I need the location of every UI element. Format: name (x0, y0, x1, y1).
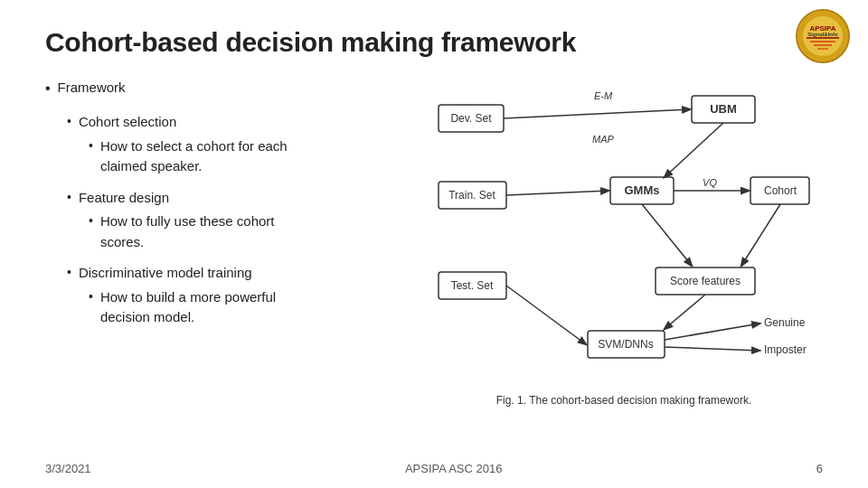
bullet-dot: • (67, 112, 71, 131)
cohort-desc-line2: claimed speaker. (100, 158, 203, 174)
svg-text:Train. Set: Train. Set (448, 189, 495, 202)
discriminative-item: • Discriminative model training (67, 263, 407, 284)
svg-text:Imposter: Imposter (764, 343, 807, 356)
feature-design-label: Feature design (79, 188, 169, 209)
footer-page: 6 (816, 462, 823, 475)
disc-desc-line2: decision model. (100, 309, 194, 324)
logo: APSIPA Signal&Info (796, 9, 850, 63)
right-panel: Dev. Set UBM E-M MAP Train. Set GM (425, 78, 823, 407)
svg-text:SVM/DNNs: SVM/DNNs (598, 338, 653, 351)
svg-text:Genuine: Genuine (764, 316, 806, 329)
svg-text:Signal&Info: Signal&Info (807, 32, 838, 37)
feature-design-item: • Feature design (67, 188, 407, 209)
svg-text:VQ: VQ (703, 177, 717, 188)
left-panel: • Framework • Cohort selection • How to … (45, 78, 407, 407)
footer-conference: APSIPA ASC 2016 (405, 462, 502, 475)
framework-label: Framework (58, 78, 126, 99)
cohort-selection-label: Cohort selection (79, 112, 176, 133)
svg-line-13 (504, 109, 690, 118)
bullet-dot: • (89, 287, 93, 306)
footer-date: 3/3/2021 (45, 462, 91, 475)
bullet-dot: • (89, 211, 93, 230)
feature-desc-line2: scores. (100, 234, 144, 249)
disc-desc-1: • How to build a more powerful decision … (89, 287, 407, 328)
bullet-dot: • (89, 136, 93, 155)
cohort-selection-item: • Cohort selection (67, 112, 407, 133)
slide: APSIPA Signal&Info Cohort-based decision… (0, 0, 868, 488)
svg-text:Dev. Set: Dev. Set (450, 112, 492, 125)
svg-line-37 (665, 324, 760, 340)
diagram: Dev. Set UBM E-M MAP Train. Set GM (429, 78, 818, 403)
bullet-dot: • (67, 188, 71, 207)
discriminative-label: Discriminative model training (79, 263, 252, 284)
svg-line-33 (506, 286, 586, 344)
svg-line-34 (665, 295, 705, 329)
svg-text:Cohort: Cohort (764, 184, 797, 197)
svg-text:GMMs: GMMs (625, 183, 660, 197)
svg-line-19 (506, 191, 609, 195)
feature-desc-1: • How to fully use these cohort scores. (89, 211, 407, 252)
feature-desc-line1: How to fully use these cohort (100, 213, 275, 229)
svg-line-38 (665, 347, 760, 351)
bullet-dot: • (45, 78, 51, 99)
content-area: • Framework • Cohort selection • How to … (45, 78, 823, 407)
framework-item: • Framework (45, 78, 407, 99)
svg-text:MAP: MAP (592, 134, 615, 145)
svg-text:Score features: Score features (670, 275, 741, 287)
svg-line-20 (665, 123, 723, 177)
slide-title: Cohort-based decision making framework (45, 27, 823, 58)
svg-line-28 (741, 204, 780, 266)
disc-desc-line1: How to build a more powerful (100, 289, 276, 305)
svg-text:Test. Set: Test. Set (451, 279, 494, 292)
svg-text:UBM: UBM (710, 102, 737, 116)
svg-text:E-M: E-M (594, 90, 613, 101)
cohort-desc-line1: How to select a cohort for each (100, 138, 288, 154)
svg-line-27 (642, 204, 692, 266)
diagram-caption: Fig. 1. The cohort-based decision making… (496, 394, 752, 407)
bullet-dot: • (67, 263, 71, 282)
logo-circle: APSIPA Signal&Info (796, 9, 850, 63)
cohort-desc-1: • How to select a cohort for each claime… (89, 136, 407, 177)
footer: 3/3/2021 APSIPA ASC 2016 6 (0, 462, 868, 475)
